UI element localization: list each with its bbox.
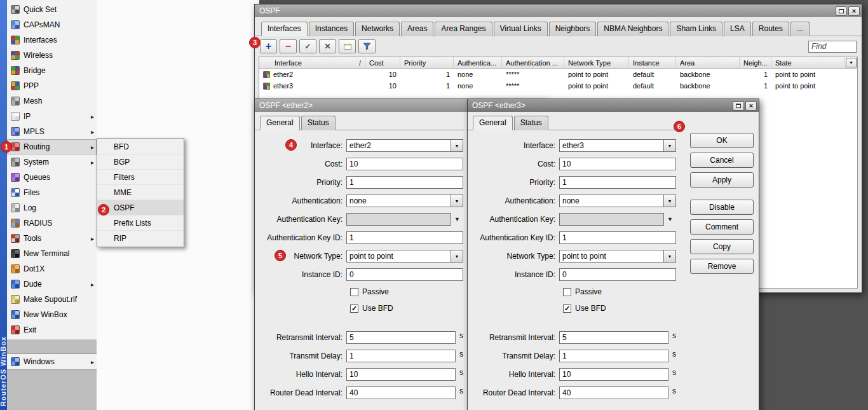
- ok-button[interactable]: OK: [690, 133, 754, 148]
- router-dead-interval-input[interactable]: [346, 386, 456, 399]
- submenu-item-bfd[interactable]: BFD: [97, 139, 184, 154]
- tab-more[interactable]: ...: [790, 22, 810, 36]
- sidebar-item-mpls[interactable]: MPLS▸: [7, 124, 97, 139]
- tab-area-ranges[interactable]: Area Ranges: [435, 22, 492, 36]
- cost-input[interactable]: [346, 158, 463, 170]
- authentication-input[interactable]: [559, 195, 664, 207]
- maximize-button[interactable]: [733, 101, 744, 111]
- sidebar-item-mesh[interactable]: Mesh: [7, 93, 97, 109]
- retransmit-interval-input[interactable]: [346, 331, 456, 344]
- tab-virtual-links[interactable]: Virtual Links: [494, 22, 548, 36]
- authentication-key-id-input[interactable]: [559, 231, 676, 244]
- tab-instances[interactable]: Instances: [309, 22, 354, 36]
- sidebar-item-routing[interactable]: Routing▸: [7, 139, 97, 154]
- apply-button[interactable]: Apply: [690, 172, 754, 188]
- sidebar-item-capsman[interactable]: CAPsMAN: [7, 17, 97, 32]
- close-button[interactable]: ×: [848, 6, 860, 16]
- sidebar-item-log[interactable]: Log: [7, 200, 97, 215]
- close-button[interactable]: ×: [745, 101, 757, 111]
- sidebar-item-new-winbox[interactable]: New WinBox: [7, 307, 97, 322]
- tab-neighbors[interactable]: Neighbors: [549, 22, 597, 36]
- enable-button[interactable]: ✓: [299, 39, 316, 53]
- tab-networks[interactable]: Networks: [355, 22, 400, 36]
- dropdown-button[interactable]: ▼: [664, 139, 676, 152]
- transmit-delay-input[interactable]: [559, 350, 668, 362]
- sidebar-item-radius[interactable]: RADIUS: [7, 215, 97, 231]
- network-type-input[interactable]: [346, 250, 451, 263]
- submenu-item-mme[interactable]: MME: [97, 185, 184, 200]
- sidebar-item-dude[interactable]: Dude▸: [7, 277, 97, 292]
- chevron-down-icon[interactable]: ▼: [664, 213, 676, 226]
- column-header-authentication[interactable]: Authentica...: [454, 57, 502, 69]
- authentication-input[interactable]: [346, 195, 451, 207]
- dropdown-button[interactable]: ▼: [664, 250, 676, 263]
- instance-id-input[interactable]: [559, 268, 676, 281]
- column-header-network-type[interactable]: Network Type: [564, 57, 629, 69]
- submenu-item-prefix-lists[interactable]: Prefix Lists: [97, 215, 184, 231]
- sidebar-item-bridge[interactable]: Bridge: [7, 63, 97, 78]
- dialog-titlebar[interactable]: OSPF <ether3> ×: [468, 99, 759, 112]
- retransmit-interval-input[interactable]: [559, 331, 668, 344]
- tab-status[interactable]: Status: [514, 116, 548, 130]
- tab-interfaces[interactable]: Interfaces: [261, 22, 308, 36]
- dropdown-button[interactable]: ▼: [451, 139, 463, 152]
- tab-general[interactable]: General: [260, 116, 300, 130]
- passive-checkbox[interactable]: [350, 288, 358, 296]
- use-bfd-checkbox[interactable]: [350, 304, 358, 313]
- tab-sham-links[interactable]: Sham Links: [670, 22, 722, 36]
- sidebar-item-quick-set[interactable]: Quick Set: [7, 2, 97, 17]
- authentication-key-input[interactable]: [559, 213, 664, 226]
- transmit-delay-input[interactable]: [346, 350, 456, 362]
- sidebar-item-queues[interactable]: Queues: [7, 170, 97, 185]
- column-header-area[interactable]: Area: [676, 57, 740, 69]
- tab-routes[interactable]: Routes: [752, 22, 789, 36]
- sidebar-item-exit[interactable]: Exit: [7, 322, 97, 338]
- hello-interval-input[interactable]: [559, 368, 668, 381]
- filter-button[interactable]: [358, 39, 376, 53]
- cost-input[interactable]: [559, 158, 676, 170]
- disable-button[interactable]: ✕: [319, 39, 336, 53]
- tab-general[interactable]: General: [473, 116, 513, 130]
- tab-status[interactable]: Status: [301, 116, 336, 130]
- use-bfd-checkbox[interactable]: [563, 304, 571, 313]
- authentication-key-input[interactable]: [346, 213, 451, 226]
- sidebar-item-system[interactable]: System▸: [7, 154, 97, 170]
- router-dead-interval-input[interactable]: [559, 386, 668, 399]
- sidebar-item-ppp[interactable]: PPP: [7, 78, 97, 93]
- column-header-authentication-key[interactable]: Authentication ...: [502, 57, 564, 69]
- sidebar-item-interfaces[interactable]: Interfaces: [7, 32, 97, 48]
- authentication-key-id-input[interactable]: [346, 231, 463, 244]
- submenu-item-bgp[interactable]: BGP: [97, 154, 184, 170]
- column-header-state[interactable]: State: [771, 57, 845, 69]
- priority-input[interactable]: [346, 176, 463, 189]
- sidebar-item-ip[interactable]: IP▸: [7, 109, 97, 124]
- chevron-down-icon[interactable]: ▼: [451, 213, 463, 226]
- remove-button[interactable]: Remove: [690, 259, 754, 274]
- dropdown-button[interactable]: ▼: [451, 250, 463, 263]
- table-row-ether3[interactable]: ether3 10 1 none ***** point to point de…: [259, 80, 857, 92]
- submenu-item-ospf[interactable]: OSPF: [97, 200, 184, 215]
- tab-lsa[interactable]: LSA: [724, 22, 751, 36]
- column-header-cost[interactable]: Cost: [365, 57, 400, 69]
- copy-button[interactable]: Copy: [690, 239, 754, 254]
- sidebar-item-new-terminal[interactable]: New Terminal: [7, 246, 97, 261]
- column-header-instance[interactable]: Instance: [629, 57, 676, 69]
- column-header-priority[interactable]: Priority: [400, 57, 454, 69]
- priority-input[interactable]: [559, 176, 676, 189]
- tab-areas[interactable]: Areas: [401, 22, 433, 36]
- interface-input[interactable]: [559, 139, 664, 152]
- add-button[interactable]: +: [260, 39, 277, 53]
- sidebar-item-files[interactable]: Files: [7, 185, 97, 200]
- instance-id-input[interactable]: [346, 268, 463, 281]
- dropdown-button[interactable]: ▼: [664, 195, 676, 207]
- submenu-item-rip[interactable]: RIP: [97, 231, 184, 246]
- network-type-input[interactable]: [559, 250, 664, 263]
- tab-nbma-neighbors[interactable]: NBMA Neighbors: [597, 22, 668, 36]
- column-header-interface[interactable]: Interface/: [259, 57, 365, 69]
- submenu-item-filters[interactable]: Filters: [97, 170, 184, 185]
- passive-checkbox[interactable]: [563, 288, 571, 296]
- hello-interval-input[interactable]: [346, 368, 456, 381]
- column-header-neighbors[interactable]: Neigh...: [740, 57, 771, 69]
- maximize-button[interactable]: [836, 6, 847, 16]
- comment-button[interactable]: [339, 39, 356, 53]
